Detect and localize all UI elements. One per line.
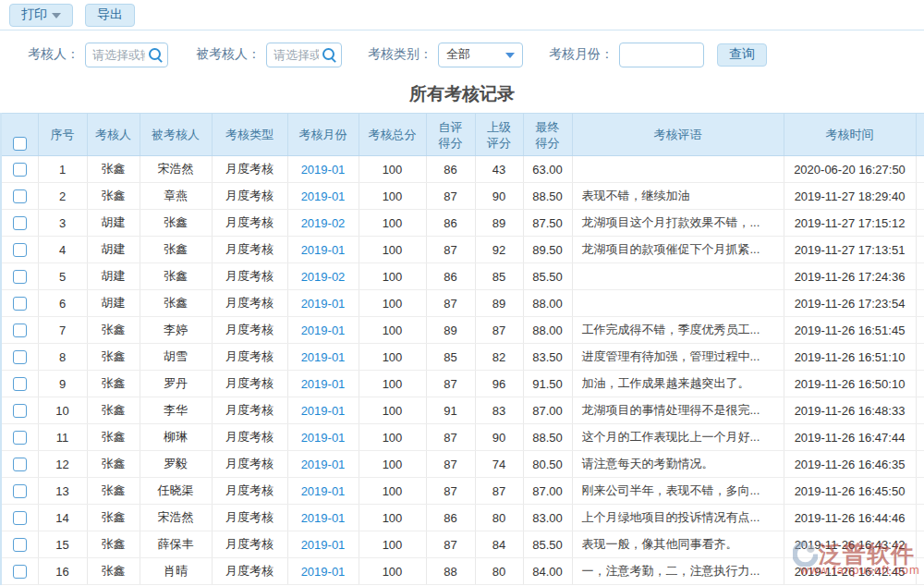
row-number: 11 [38,424,87,451]
category-select[interactable]: 全部 [438,43,523,67]
assessor-cell: 张鑫 [87,478,140,505]
row-checkbox[interactable] [13,511,27,525]
superior-score-cell: 80 [475,505,523,531]
row-checkbox[interactable] [13,297,27,311]
row-checkbox[interactable] [13,538,27,552]
month-link[interactable]: 2019-01 [301,324,346,337]
table-row: 2张鑫章燕月度考核2019-01100879088.50表现不错，继续加油201… [1,183,924,210]
table-row: 11张鑫柳琳月度考核2019-01100879088.50这个月的工作表现比上一… [1,424,924,451]
self-score-cell: 86 [426,263,475,290]
row-checkbox[interactable] [13,163,27,177]
assessor-cell: 张鑫 [87,183,140,210]
month-link[interactable]: 2019-01 [301,297,346,311]
assessee-cell: 薛保丰 [140,531,212,558]
print-button[interactable]: 打印 [9,4,73,27]
self-score-cell: 91 [426,397,475,424]
month-cell: 2019-01 [287,317,359,344]
row-sliver [916,237,924,263]
self-score-cell: 86 [426,210,475,237]
row-checkbox[interactable] [13,458,27,471]
final-score-cell: 63.00 [523,156,572,183]
month-link[interactable]: 2019-02 [301,270,346,284]
print-button-label: 打印 [21,6,47,23]
table-row: 16张鑫肖晴月度考核2019-01100888084.00一，注意考勤，二，注意… [1,558,924,585]
row-sliver [916,505,924,531]
row-number: 10 [38,397,87,424]
row-number: 5 [38,263,87,290]
export-button[interactable]: 导出 [85,4,135,27]
time-cell: 2019-11-27 17:13:51 [784,237,916,263]
assessor-cell: 张鑫 [87,451,140,478]
row-checkbox[interactable] [13,216,27,230]
search-icon[interactable] [322,48,337,63]
row-checkbox[interactable] [13,404,27,418]
row-checkbox[interactable] [13,350,27,364]
assessor-cell: 胡建 [87,263,140,290]
month-link[interactable]: 2019-01 [301,377,346,391]
month-link[interactable]: 2019-01 [301,458,346,471]
month-link[interactable]: 2019-01 [301,404,346,418]
row-checkbox[interactable] [13,243,27,257]
assessee-cell: 任晓渠 [140,478,212,505]
month-link[interactable]: 2019-01 [301,565,346,579]
month-input[interactable] [619,43,704,67]
final-score-cell: 89.50 [523,237,572,263]
row-checkbox[interactable] [13,565,27,579]
month-link[interactable]: 2019-01 [301,163,346,177]
column-header: 考核时间 [784,114,916,156]
column-header: 考核总分 [359,114,426,156]
type-cell: 月度考核 [212,183,287,210]
chevron-down-icon [52,13,61,18]
time-cell: 2019-11-26 16:47:44 [784,424,916,451]
category-label: 考核类别： [368,46,432,63]
select-all-checkbox[interactable] [13,137,27,151]
row-checkbox[interactable] [13,377,27,391]
assessor-cell: 张鑫 [87,371,140,397]
category-select-value: 全部 [446,46,470,63]
row-checkbox[interactable] [13,324,27,337]
comment-cell: 加油，工作成果越来越突出了。 [572,371,784,397]
row-number: 16 [38,558,87,585]
final-score-cell: 87.00 [523,478,572,505]
assessee-cell: 宋浩然 [140,156,212,183]
search-button[interactable]: 查询 [717,43,767,67]
table-body: 1张鑫宋浩然月度考核2019-01100864363.002020-06-20 … [1,156,924,585]
row-number: 14 [38,505,87,531]
month-link[interactable]: 2019-02 [301,216,346,230]
column-header: 考核类型 [212,114,287,156]
assessor-cell: 胡建 [87,210,140,237]
row-checkbox[interactable] [13,270,27,284]
row-checkbox[interactable] [13,189,27,203]
month-link[interactable]: 2019-01 [301,538,346,552]
time-cell: 2019-11-26 17:24:36 [784,263,916,290]
search-icon[interactable] [149,48,164,63]
row-number: 3 [38,210,87,237]
time-cell: 2019-11-26 16:51:10 [784,344,916,371]
month-link[interactable]: 2019-01 [301,350,346,364]
table-row: 5胡建张鑫月度考核2019-02100868585.502019-11-26 1… [1,263,924,290]
month-link[interactable]: 2019-01 [301,189,346,203]
total-score-cell: 100 [359,183,426,210]
column-header: 上级 评分 [475,114,523,156]
table-row: 1张鑫宋浩然月度考核2019-01100864363.002020-06-20 … [1,156,924,183]
month-link[interactable]: 2019-01 [301,431,346,445]
time-cell: 2019-11-26 16:42:45 [784,558,916,585]
comment-cell: 刚来公司半年，表现不错，多向... [572,478,784,505]
month-link[interactable]: 2019-01 [301,243,346,257]
month-link[interactable]: 2019-01 [301,511,346,525]
column-header: 考核月份 [287,114,359,156]
total-score-cell: 100 [359,237,426,263]
row-sliver [916,344,924,371]
table-row: 15张鑫薛保丰月度考核2019-01100878485.50表现一般，像其他同事… [1,531,924,558]
row-checkbox[interactable] [13,431,27,445]
month-link[interactable]: 2019-01 [301,484,346,498]
column-header: 最终 得分 [523,114,572,156]
row-sliver [916,263,924,290]
assessee-cell: 罗丹 [140,371,212,397]
final-score-cell: 88.50 [523,183,572,210]
month-cell: 2019-01 [287,344,359,371]
assessee-cell: 肖晴 [140,558,212,585]
row-checkbox[interactable] [13,484,27,498]
type-cell: 月度考核 [212,451,287,478]
time-cell: 2019-11-26 16:45:50 [784,478,916,505]
